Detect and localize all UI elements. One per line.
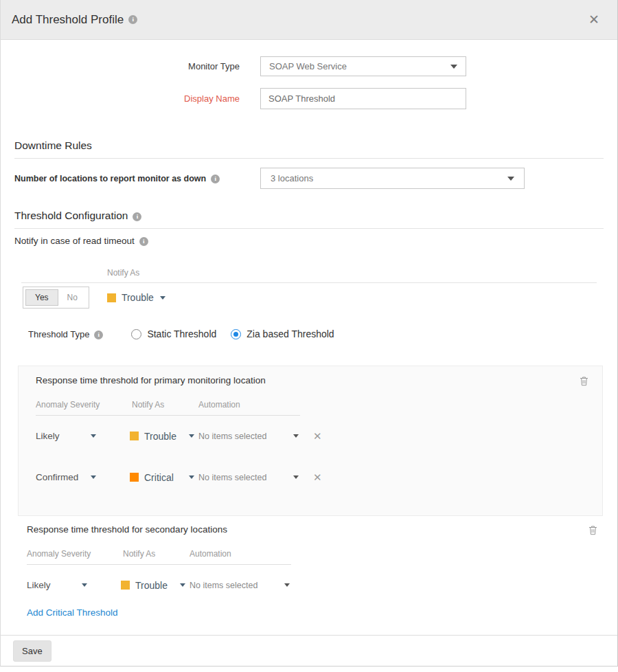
radio-unselected-icon	[131, 329, 141, 339]
automation-select[interactable]: No items selected	[198, 432, 299, 441]
notify-as-column-header: Notify As	[107, 268, 139, 278]
toggle-yes-button[interactable]: Yes	[25, 289, 58, 306]
notify-as-select[interactable]: Trouble	[107, 292, 165, 303]
locations-row: Number of locations to report monitor as…	[1, 168, 617, 189]
severity-select[interactable]: Likely	[36, 431, 96, 441]
notify-as-select[interactable]: Trouble	[121, 580, 185, 591]
notify-as-select[interactable]: Trouble	[130, 431, 194, 442]
divider	[14, 228, 604, 229]
notify-as-value: Trouble	[122, 292, 154, 303]
read-timeout-controls: Yes No Trouble	[23, 287, 617, 309]
monitor-type-select[interactable]: SOAP Web Service	[260, 56, 466, 76]
threshold-type-label: Threshold Type	[28, 329, 103, 339]
radio-selected-icon	[231, 329, 241, 339]
severity-select[interactable]: Confirmed	[36, 472, 96, 482]
automation-select[interactable]: No items selected	[198, 473, 299, 482]
divider	[36, 415, 300, 416]
display-name-input[interactable]	[260, 88, 466, 109]
primary-section-title: Response time threshold for primary moni…	[36, 375, 266, 385]
remove-row-icon[interactable]	[313, 471, 322, 484]
primary-column-headers: Anomaly Severity Notify As Automation	[36, 400, 300, 410]
delete-section-icon[interactable]	[580, 376, 588, 389]
read-timeout-label: Notify in case of read timeout	[1, 236, 617, 246]
secondary-column-headers: Anomaly Severity Notify As Automation	[27, 549, 291, 559]
static-threshold-radio[interactable]: Static Threshold	[131, 328, 216, 339]
downtime-rules-heading: Downtime Rules	[1, 139, 617, 152]
info-icon[interactable]	[211, 175, 220, 183]
severity-select[interactable]: Likely	[27, 580, 87, 590]
primary-row-2: Confirmed Critical No items selected	[36, 471, 588, 484]
critical-color-swatch	[130, 473, 139, 482]
trouble-color-swatch	[130, 432, 139, 440]
chevron-down-icon	[160, 296, 165, 300]
dialog-footer: Save	[1, 635, 617, 666]
info-icon[interactable]	[94, 331, 103, 339]
automation-select[interactable]: No items selected	[190, 581, 290, 590]
trouble-color-swatch	[107, 293, 116, 302]
threshold-type-options: Static Threshold Zia based Threshold	[131, 328, 334, 339]
info-icon[interactable]	[139, 237, 148, 246]
toggle-no-button[interactable]: No	[58, 290, 87, 305]
monitor-type-row: Monitor Type SOAP Web Service	[1, 56, 617, 76]
save-button[interactable]: Save	[13, 640, 52, 662]
locations-select[interactable]: 3 locations	[260, 168, 525, 189]
threshold-configuration-heading: Threshold Configuration	[1, 210, 617, 222]
chevron-down-icon	[293, 475, 299, 479]
chevron-down-icon	[284, 583, 290, 587]
chevron-down-icon	[91, 434, 96, 438]
locations-value: 3 locations	[271, 173, 313, 183]
trouble-color-swatch	[121, 581, 130, 590]
add-threshold-profile-dialog: Add Threshold Profile Monitor Type SOAP …	[0, 0, 618, 667]
chevron-down-icon	[82, 583, 87, 587]
notify-as-select[interactable]: Critical	[130, 472, 194, 483]
divider	[27, 564, 291, 565]
dialog-header: Add Threshold Profile	[1, 0, 617, 40]
primary-row-1: Likely Trouble No items selected	[36, 429, 588, 443]
display-name-label: Display Name	[1, 93, 240, 104]
chevron-down-icon	[450, 65, 457, 69]
dialog-title: Add Threshold Profile	[12, 13, 124, 27]
monitor-type-value: SOAP Web Service	[269, 61, 347, 71]
zia-threshold-radio[interactable]: Zia based Threshold	[231, 328, 334, 339]
delete-section-icon[interactable]	[588, 525, 597, 538]
monitor-type-label: Monitor Type	[1, 61, 240, 71]
secondary-section-title: Response time threshold for secondary lo…	[27, 524, 227, 535]
divider	[14, 158, 604, 159]
threshold-type-row: Threshold Type Static Threshold Zia base…	[28, 328, 617, 339]
chevron-down-icon	[189, 475, 194, 479]
add-critical-threshold-link[interactable]: Add Critical Threshold	[27, 607, 118, 618]
chevron-down-icon	[293, 434, 299, 438]
divider	[21, 282, 597, 283]
locations-label: Number of locations to report monitor as…	[14, 174, 260, 183]
info-icon[interactable]	[133, 212, 141, 221]
yes-no-toggle: Yes No	[23, 287, 89, 309]
display-name-row: Display Name	[1, 88, 617, 109]
secondary-row-1: Likely Trouble No items selected	[27, 579, 597, 592]
primary-threshold-section: Response time threshold for primary moni…	[18, 366, 603, 516]
info-icon[interactable]	[128, 15, 137, 24]
chevron-down-icon	[189, 434, 194, 438]
close-icon[interactable]	[582, 12, 606, 27]
chevron-down-icon	[91, 475, 96, 479]
chevron-down-icon	[507, 177, 514, 181]
remove-row-icon[interactable]	[313, 430, 322, 443]
secondary-threshold-section: Response time threshold for secondary lo…	[27, 524, 602, 618]
chevron-down-icon	[180, 583, 185, 587]
